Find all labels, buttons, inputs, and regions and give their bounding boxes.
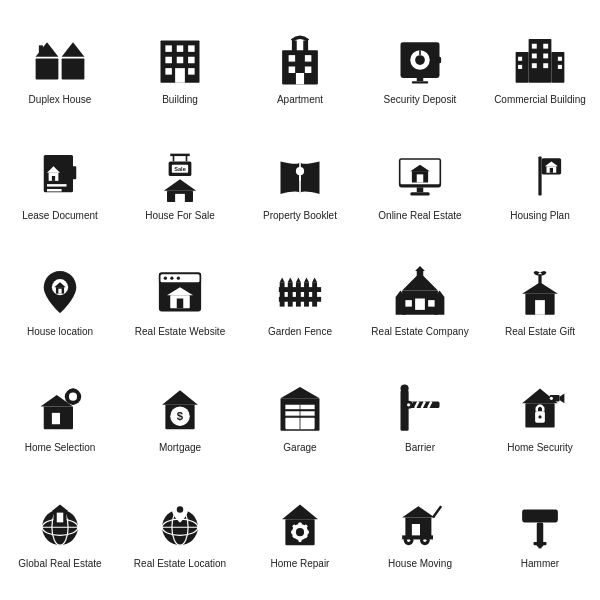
building-label: Building <box>162 94 198 106</box>
icon-garage[interactable]: Garage <box>240 358 360 474</box>
lease-document-label: Lease Document <box>22 210 98 222</box>
icon-housing-plan[interactable]: Housing Plan <box>480 126 600 242</box>
svg-rect-16 <box>165 68 172 75</box>
hammer-icon <box>510 494 570 554</box>
svg-rect-73 <box>538 157 541 196</box>
garage-icon <box>270 378 330 438</box>
svg-point-147 <box>407 403 410 406</box>
property-booklet-label: Property Booklet <box>263 210 337 222</box>
icon-house-location[interactable]: House location <box>0 242 120 358</box>
apartment-label: Apartment <box>277 94 323 106</box>
svg-rect-15 <box>188 57 195 64</box>
icon-garden-fence[interactable]: Garden Fence <box>240 242 360 358</box>
icon-building[interactable]: Building <box>120 10 240 126</box>
svg-marker-113 <box>415 266 425 271</box>
barrier-icon <box>390 378 450 438</box>
icon-duplex-house[interactable]: Duplex House <box>0 10 120 126</box>
svg-rect-173 <box>298 538 301 542</box>
svg-rect-98 <box>296 282 301 306</box>
svg-point-123 <box>69 393 77 401</box>
icon-real-estate-website[interactable]: Real Estate Website <box>120 242 240 358</box>
garden-fence-icon <box>270 262 330 322</box>
svg-point-86 <box>170 277 173 280</box>
online-real-estate-label: Online Real Estate <box>378 210 461 222</box>
svg-rect-13 <box>165 57 172 64</box>
svg-rect-20 <box>289 55 296 62</box>
icon-online-real-estate[interactable]: Online Real Estate <box>360 126 480 242</box>
icon-home-security[interactable]: Home Security <box>480 358 600 474</box>
svg-rect-77 <box>550 168 553 173</box>
security-deposit-icon <box>390 30 450 90</box>
svg-rect-102 <box>312 282 317 306</box>
svg-rect-172 <box>298 522 301 526</box>
svg-rect-116 <box>535 300 545 315</box>
svg-rect-31 <box>436 57 441 64</box>
home-security-label: Home Security <box>507 442 573 454</box>
svg-rect-109 <box>415 299 425 310</box>
icon-hammer[interactable]: Hammer <box>480 474 600 590</box>
svg-marker-133 <box>281 387 320 398</box>
svg-point-148 <box>401 384 409 392</box>
home-repair-icon <box>270 494 330 554</box>
svg-point-152 <box>538 415 541 418</box>
real-estate-website-icon <box>150 262 210 322</box>
svg-rect-17 <box>188 68 195 75</box>
svg-rect-175 <box>305 531 309 534</box>
svg-rect-46 <box>518 65 522 69</box>
svg-marker-93 <box>280 277 285 282</box>
icon-home-repair[interactable]: Home Repair <box>240 474 360 590</box>
svg-rect-47 <box>558 65 562 69</box>
svg-marker-160 <box>52 505 68 512</box>
svg-marker-61 <box>164 179 197 190</box>
svg-rect-54 <box>70 166 77 179</box>
svg-marker-154 <box>560 393 565 403</box>
svg-rect-81 <box>58 289 61 294</box>
icon-real-estate-company[interactable]: Real Estate Company <box>360 242 480 358</box>
icon-property-booklet[interactable]: Property Booklet <box>240 126 360 242</box>
icon-mortgage[interactable]: $ Mortgage <box>120 358 240 474</box>
real-estate-location-icon <box>150 494 210 554</box>
icon-real-estate-gift[interactable]: Real Estate Gift <box>480 242 600 358</box>
house-location-label: House location <box>27 326 93 338</box>
icon-barrier[interactable]: Barrier <box>360 358 480 474</box>
svg-rect-44 <box>518 57 522 61</box>
icon-home-selection[interactable]: Home Selection <box>0 358 120 474</box>
svg-rect-71 <box>417 187 424 192</box>
icon-real-estate-location[interactable]: Real Estate Location <box>120 474 240 590</box>
icon-house-moving[interactable]: House Moving <box>360 474 480 590</box>
property-booklet-icon <box>270 146 330 206</box>
svg-rect-189 <box>522 509 558 522</box>
svg-rect-111 <box>428 300 435 307</box>
global-real-estate-label: Global Real Estate <box>18 558 101 570</box>
svg-rect-32 <box>404 73 437 76</box>
svg-rect-70 <box>417 174 424 182</box>
house-for-sale-label: House For Sale <box>145 210 214 222</box>
icon-apartment[interactable]: Apartment <box>240 10 360 126</box>
svg-marker-168 <box>282 505 318 520</box>
svg-rect-94 <box>280 282 285 306</box>
icon-house-for-sale[interactable]: Sale House For Sale <box>120 126 240 242</box>
svg-marker-180 <box>402 506 435 517</box>
svg-point-85 <box>164 277 167 280</box>
svg-point-167 <box>177 506 184 513</box>
svg-rect-8 <box>39 45 43 53</box>
svg-rect-24 <box>296 73 304 84</box>
icon-global-real-estate[interactable]: Global Real Estate <box>0 474 120 590</box>
svg-point-65 <box>296 167 304 175</box>
building-icon <box>150 30 210 90</box>
online-real-estate-icon <box>390 146 450 206</box>
icon-commercial-building[interactable]: Commercial Building <box>480 10 600 126</box>
icon-security-deposit[interactable]: Security Deposit <box>360 10 480 126</box>
house-for-sale-icon: Sale <box>150 146 210 206</box>
svg-rect-37 <box>543 44 548 49</box>
icon-lease-document[interactable]: Lease Document <box>0 126 120 242</box>
svg-rect-39 <box>543 54 548 59</box>
mortgage-label: Mortgage <box>159 442 201 454</box>
svg-point-87 <box>177 277 180 280</box>
svg-rect-105 <box>396 297 406 315</box>
svg-rect-162 <box>57 513 64 523</box>
svg-point-29 <box>415 55 425 65</box>
svg-rect-11 <box>177 45 184 52</box>
house-location-icon <box>30 262 90 322</box>
svg-rect-72 <box>410 192 430 195</box>
